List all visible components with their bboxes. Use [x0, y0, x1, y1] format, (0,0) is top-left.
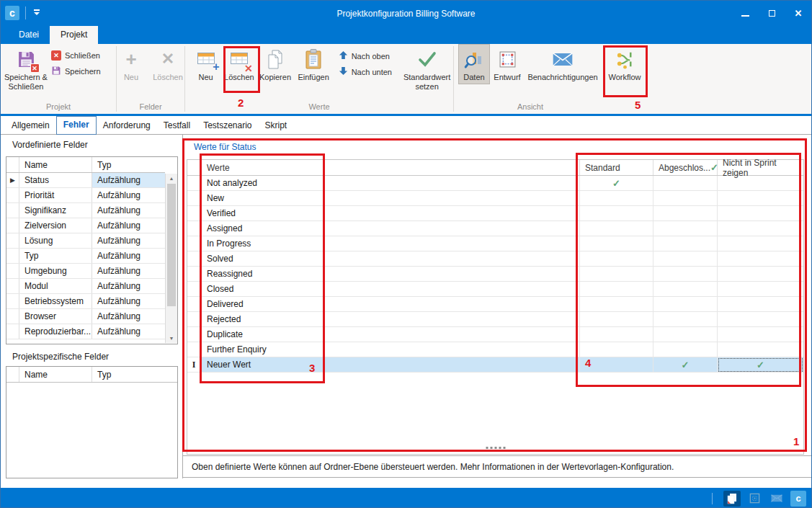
field-row[interactable]: ▶ Browser Aufzählung [6, 309, 165, 324]
splitter-grip[interactable] [486, 447, 505, 449]
nicht-sprint-checkbox-cell[interactable] [718, 357, 803, 373]
nicht-sprint-checkbox-cell[interactable] [718, 251, 803, 267]
save-button[interactable]: Speichern [51, 66, 113, 77]
standard-checkbox-cell[interactable] [580, 236, 653, 251]
value-cell[interactable]: Assigned [201, 221, 580, 236]
nicht-sprint-checkbox-cell[interactable] [718, 282, 803, 297]
standard-checkbox-cell[interactable] [580, 342, 653, 357]
abgeschlossen-checkbox-cell[interactable] [653, 176, 718, 191]
field-typ-cell[interactable]: Aufzählung [92, 279, 165, 293]
name-column-header[interactable]: Name [19, 157, 92, 172]
field-typ-cell[interactable]: Aufzählung [92, 203, 165, 218]
abgeschlossen-checkbox-cell[interactable] [653, 312, 718, 327]
field-row[interactable]: ▶ Reproduzierbar... Aufzählung [6, 324, 165, 339]
value-row[interactable]: I Delivered [187, 297, 803, 312]
value-row[interactable]: I Solved [187, 251, 803, 267]
field-row[interactable]: ▶ Zielversion Aufzählung [6, 218, 165, 233]
maximize-button[interactable] [767, 9, 776, 18]
value-cell[interactable]: Closed [201, 282, 580, 297]
nach-unten-button[interactable]: Nach unten [339, 66, 401, 77]
minimize-button[interactable] [741, 9, 749, 18]
standard-checkbox-cell[interactable] [580, 221, 653, 236]
nicht-sprint-checkbox-cell[interactable] [718, 327, 803, 342]
doc-tab[interactable]: Allgemein [5, 117, 56, 134]
field-typ-cell[interactable]: Aufzählung [92, 294, 165, 308]
field-typ-cell[interactable]: Aufzählung [92, 188, 165, 202]
save-close-button[interactable]: ✕ Speichern & Schließen [1, 44, 51, 92]
value-row[interactable]: I Rejected [187, 312, 803, 327]
field-typ-cell[interactable]: Aufzählung [92, 264, 165, 278]
standard-checkbox-cell[interactable] [580, 176, 653, 191]
field-name-cell[interactable]: Status [19, 173, 92, 187]
value-row[interactable]: I Closed [187, 282, 803, 297]
nicht-sprint-checkbox-cell[interactable] [718, 236, 803, 251]
value-row[interactable]: I In Progress [187, 236, 803, 251]
field-typ-cell[interactable]: Aufzählung [92, 324, 165, 339]
value-cell[interactable]: Duplicate [201, 327, 580, 342]
value-cell[interactable]: Neuer Wert [201, 357, 580, 373]
value-cell[interactable]: Not analyzed [201, 176, 580, 191]
field-row[interactable]: ▶ Signifikanz Aufzählung [6, 203, 165, 218]
nicht-sprint-checkbox-cell[interactable] [718, 206, 803, 221]
value-row[interactable]: I Neuer Wert [187, 357, 803, 373]
field-name-cell[interactable]: Signifikanz [19, 203, 92, 218]
scrollbar-thumb[interactable] [167, 184, 176, 306]
abgeschlossen-checkbox-cell[interactable] [653, 191, 718, 206]
field-row[interactable]: ▶ Lösung Aufzählung [6, 233, 165, 249]
felder-loeschen-button[interactable]: ✕ Löschen [151, 44, 184, 82]
abgeschlossen-checkbox-cell[interactable] [653, 221, 718, 236]
field-row[interactable]: ▶ Betriebssystem Aufzählung [6, 294, 165, 309]
abgeschlossen-checkbox-cell[interactable] [653, 206, 718, 221]
value-cell[interactable]: Verified [201, 206, 580, 221]
nicht-sprint-checkbox-cell[interactable] [718, 267, 803, 282]
field-name-cell[interactable]: Umgebung [19, 264, 92, 278]
nicht-sprint-checkbox-cell[interactable] [718, 191, 803, 206]
field-name-cell[interactable]: Priorität [19, 188, 92, 202]
close-button[interactable]: ✕ Schließen [51, 50, 113, 61]
field-name-cell[interactable]: Typ [19, 249, 92, 263]
value-row[interactable]: I Verified [187, 206, 803, 221]
ribbon-tab-datei[interactable]: Datei [8, 26, 50, 44]
value-row[interactable]: I Duplicate [187, 327, 803, 342]
entwurf-button[interactable]: Entwurf [490, 44, 525, 82]
value-cell[interactable]: Further Enquiry [201, 342, 580, 357]
abgeschlossen-checkbox-cell[interactable] [653, 236, 718, 251]
design-view-statusbar-icon[interactable] [746, 491, 763, 507]
abgeschlossen-column-header[interactable]: Abgeschlos... [653, 160, 718, 175]
abgeschlossen-checkbox-cell[interactable] [653, 327, 718, 342]
daten-button[interactable]: Daten [458, 44, 490, 84]
value-cell[interactable]: Reassigned [201, 267, 580, 282]
scroll-down-icon[interactable]: ▼ [166, 334, 177, 343]
field-typ-cell[interactable]: Aufzählung [92, 218, 165, 233]
field-name-cell[interactable]: Reproduzierbar... [19, 324, 92, 339]
value-cell[interactable]: Delivered [201, 297, 580, 312]
standard-checkbox-cell[interactable] [580, 267, 653, 282]
doc-tab[interactable]: Testfall [157, 117, 197, 134]
abgeschlossen-checkbox-cell[interactable] [653, 297, 718, 312]
field-name-cell[interactable]: Browser [19, 309, 92, 324]
nicht-sprint-checkbox-cell[interactable] [718, 342, 803, 357]
app-logo-statusbar-icon[interactable]: c [790, 491, 806, 507]
abgeschlossen-checkbox-cell[interactable] [653, 342, 718, 357]
abgeschlossen-checkbox-cell[interactable] [653, 282, 718, 297]
value-row[interactable]: I Reassigned [187, 267, 803, 282]
typ-column-header[interactable]: Typ [92, 157, 165, 172]
benachrichtigungen-button[interactable]: Benachrichtigungen [525, 44, 601, 82]
scroll-up-icon[interactable]: ▲ [166, 174, 177, 183]
data-view-statusbar-icon[interactable] [723, 491, 741, 507]
doc-tab[interactable]: Testszenario [197, 117, 258, 134]
werte-loeschen-button[interactable]: ✕ Löschen [222, 44, 256, 82]
name-column-header[interactable]: Name [19, 367, 92, 382]
nicht-sprint-checkbox-cell[interactable] [718, 176, 803, 191]
nicht-sprint-checkbox-cell[interactable] [718, 312, 803, 327]
abgeschlossen-checkbox-cell[interactable] [653, 251, 718, 267]
field-name-cell[interactable]: Betriebssystem [19, 294, 92, 308]
nach-oben-button[interactable]: Nach oben [339, 50, 401, 61]
workflow-button[interactable]: Workflow [604, 44, 646, 82]
field-row[interactable]: ▶ Priorität Aufzählung [6, 188, 165, 203]
standard-checkbox-cell[interactable] [580, 251, 653, 267]
standard-checkbox-cell[interactable] [580, 282, 653, 297]
value-row[interactable]: I Assigned [187, 221, 803, 236]
field-name-cell[interactable]: Zielversion [19, 218, 92, 233]
field-name-cell[interactable]: Modul [19, 279, 92, 293]
